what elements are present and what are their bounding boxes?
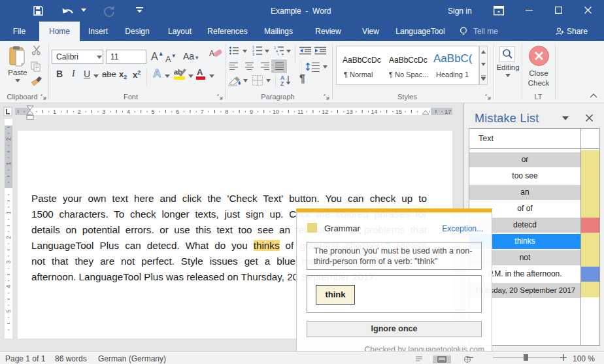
svg-text:12: 12: [322, 108, 328, 115]
svg-text:5: 5: [151, 108, 154, 115]
svg-text:3: 3: [102, 108, 105, 115]
svg-text:15: 15: [395, 108, 402, 115]
svg-text:1: 1: [5, 162, 12, 165]
svg-text:11: 11: [297, 108, 303, 115]
svg-text:6: 6: [176, 108, 179, 115]
svg-text:A: A: [197, 67, 203, 77]
svg-text:A: A: [209, 49, 214, 58]
svg-text:17: 17: [445, 108, 451, 115]
svg-text:10: 10: [273, 108, 279, 115]
svg-text:9: 9: [250, 108, 253, 115]
svg-text:Z: Z: [280, 80, 284, 86]
svg-text:2: 2: [78, 108, 81, 115]
svg-text:13: 13: [346, 108, 353, 115]
svg-text:5: 5: [5, 309, 12, 312]
svg-text:1: 1: [53, 108, 56, 115]
svg-text:2: 2: [5, 236, 12, 239]
svg-text:8: 8: [225, 108, 228, 115]
svg-text:3: 3: [5, 260, 12, 263]
svg-text:4: 4: [127, 108, 130, 115]
svg-text:7: 7: [201, 108, 204, 115]
svg-text:i: i: [278, 52, 278, 56]
svg-text:1: 1: [5, 211, 12, 214]
svg-text:2: 2: [5, 137, 12, 141]
svg-text:4: 4: [5, 285, 12, 288]
svg-text:3: 3: [252, 52, 254, 56]
svg-text:14: 14: [371, 108, 377, 115]
